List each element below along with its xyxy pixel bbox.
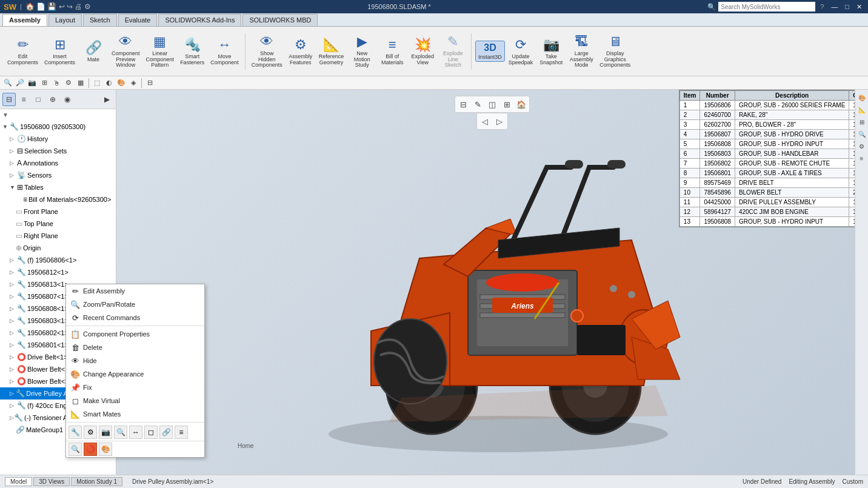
- tab-assembly[interactable]: Assembly: [2, 14, 47, 26]
- rs-btn-5[interactable]: ⚙: [856, 141, 867, 152]
- expand-panel-btn[interactable]: ▶: [100, 93, 113, 106]
- rs-btn-4[interactable]: 🔍: [856, 129, 867, 139]
- view-btn-11[interactable]: ◈: [128, 78, 139, 89]
- cm-quick-btn-4[interactable]: 🔍: [114, 426, 127, 439]
- view-btn-2[interactable]: 🔎: [15, 78, 25, 89]
- exploded-view-button[interactable]: 💥 ExplodedView: [408, 36, 437, 67]
- cm-delete[interactable]: 🗑 Delete: [66, 341, 204, 354]
- cm-zoom[interactable]: 🔍 Zoom/Pan/Rotate: [66, 298, 204, 311]
- rs-btn-1[interactable]: 🎨: [856, 92, 867, 103]
- view-btn-4[interactable]: ⊞: [39, 78, 50, 89]
- bom-cell-number: 04425000: [700, 198, 735, 207]
- mate-button[interactable]: 🔗 Mate: [79, 39, 108, 64]
- cm-smart-mates[interactable]: 📐 Smart Mates: [66, 407, 204, 421]
- cm-quick-btn-9[interactable]: 🔍: [68, 443, 82, 456]
- view-btn-10[interactable]: 🎨: [116, 78, 127, 89]
- tab-sketch[interactable]: Sketch: [83, 14, 117, 26]
- tree-item-annotations[interactable]: ▷ A Annotations: [0, 157, 116, 169]
- tree-item-origin[interactable]: ⊕ Origin: [0, 242, 116, 254]
- bom-cell-item: 11: [679, 198, 700, 207]
- cm-hide[interactable]: 👁 Hide: [66, 354, 204, 367]
- tree-item-front-plane[interactable]: ▭ Front Plane: [0, 206, 116, 218]
- view-btn-6[interactable]: ⚙: [63, 78, 74, 89]
- new-motion-button[interactable]: ▶ NewMotionStudy: [347, 33, 376, 70]
- view-btn-1[interactable]: 🔍: [2, 78, 13, 89]
- move-component-button[interactable]: ↔ MoveComponent: [208, 36, 241, 67]
- status-tab-3dviews[interactable]: 3D Views: [33, 477, 70, 486]
- tree-item-history[interactable]: ▷ 🕐 History: [0, 133, 116, 145]
- tree-item-right-plane[interactable]: ▭ Right Plane: [0, 230, 116, 242]
- maximize-button[interactable]: □: [843, 3, 852, 10]
- cm-appearance[interactable]: 🎨 Change Appearance: [66, 367, 204, 381]
- tree-label-comp1: (f) 19506806<1>: [27, 256, 76, 264]
- tab-evaluate[interactable]: Evaluate: [118, 14, 158, 26]
- cm-properties[interactable]: 📋 Component Properties: [66, 327, 204, 341]
- tree-icon-comp1: 🔧: [17, 256, 26, 264]
- tree-item-comp2[interactable]: ▷ 🔧 19506812<1>: [0, 266, 116, 278]
- rs-btn-6[interactable]: ≡: [856, 153, 867, 164]
- snapshot-button[interactable]: 📷 TakeSnapshot: [536, 36, 566, 67]
- tab-layout[interactable]: Layout: [48, 14, 82, 26]
- assembly-features-button[interactable]: ⚙ AssemblyFeatures: [286, 36, 315, 67]
- explode-sketch-button[interactable]: ✎ ExplodeLineSketch: [438, 33, 467, 70]
- search-input[interactable]: [718, 2, 815, 12]
- cm-quick-btn-2[interactable]: ⚙: [84, 426, 97, 439]
- bom-cell-item: 8: [679, 169, 700, 178]
- dim-xpert-tab[interactable]: ⊕: [46, 93, 59, 106]
- tab-addins[interactable]: SOLIDWORKS Add-Ins: [158, 14, 241, 26]
- cm-edit-assembly[interactable]: ✏ Edit Assembly: [66, 284, 204, 298]
- instant3d-button[interactable]: 3D Instant3D: [475, 41, 505, 62]
- cm-quick-btn-3[interactable]: 📷: [99, 426, 112, 439]
- update-speedpak-button[interactable]: ⟳ UpdateSpeedpak: [506, 36, 536, 67]
- config-manager-tab[interactable]: □: [32, 93, 45, 106]
- linear-pattern-button[interactable]: ▦ LinearComponentPattern: [144, 33, 177, 70]
- status-tab-motion[interactable]: Motion Study 1: [71, 477, 122, 486]
- tree-item-bom[interactable]: ≡ Bill of Materials<92605300>: [0, 193, 116, 206]
- cm-fix[interactable]: 📌 Fix: [66, 381, 204, 394]
- bom-button[interactable]: ≡ Bill ofMaterials: [378, 36, 407, 67]
- cm-quick-btn-6[interactable]: ◻: [144, 426, 158, 439]
- cm-quick-btn-7[interactable]: 🔗: [159, 426, 173, 439]
- cm-quick-btn-5[interactable]: ↔: [129, 426, 142, 439]
- tree-item-tables[interactable]: ▼ ⊞ Tables: [0, 181, 116, 193]
- view-btn-8[interactable]: ⬚: [92, 78, 102, 89]
- cm-virtual-icon: ◻: [70, 396, 81, 406]
- view-btn-9[interactable]: ◐: [104, 78, 115, 89]
- large-assembly-button[interactable]: 🏗 LargeAssemblyMode: [567, 33, 596, 70]
- model-viewport[interactable]: ⊟ ✎ ◫ ⊞ 🏠 ◁ ▷: [116, 90, 868, 475]
- edit-components-button[interactable]: ✏ EditComponents: [5, 36, 41, 67]
- tree-item-top-plane[interactable]: ▭ Top Plane: [0, 218, 116, 230]
- rs-btn-2[interactable]: 📐: [856, 104, 867, 115]
- view-btn-7[interactable]: ▦: [75, 78, 86, 89]
- view-btn-5[interactable]: 🖱: [51, 78, 62, 89]
- close-button[interactable]: ✕: [854, 3, 864, 11]
- insert-components-button[interactable]: ⊞ InsertComponents: [42, 36, 78, 67]
- cm-quick-btn-8[interactable]: ≡: [175, 426, 188, 439]
- tree-item-comp1[interactable]: ▷ 🔧 (f) 19506806<1>: [0, 254, 116, 266]
- property-manager-tab[interactable]: ≡: [17, 93, 30, 106]
- cm-virtual[interactable]: ◻ Make Virtual: [66, 394, 204, 407]
- fasteners-label: SmartFasteners: [180, 54, 204, 66]
- view-btn-12[interactable]: ⊟: [144, 78, 155, 89]
- show-hidden-button[interactable]: 👁 ShowHiddenComponents: [249, 33, 285, 70]
- display-graphics-button[interactable]: 🖥 DisplayGraphicsComponents: [597, 33, 633, 70]
- tab-mbd[interactable]: SOLIDWORKS MBD: [242, 14, 318, 26]
- bolt1: [610, 285, 617, 292]
- display-manager-tab[interactable]: ◉: [61, 93, 74, 106]
- cm-quick-btn-1[interactable]: 🔧: [68, 426, 82, 439]
- status-tab-model[interactable]: Model: [5, 477, 32, 486]
- component-preview-button[interactable]: 👁 ComponentPreviewWindow: [109, 33, 142, 70]
- tree-arrow-sensors: ▷: [10, 172, 17, 178]
- cm-recent[interactable]: ⟳ Recent Commands: [66, 311, 204, 324]
- tree-item-sensors[interactable]: ▷ 📡 Sensors: [0, 169, 116, 181]
- rs-btn-3[interactable]: ⊞: [856, 116, 867, 127]
- reference-geometry-button[interactable]: 📐 ReferenceGeometry: [316, 36, 347, 67]
- cm-quick-btn-10[interactable]: ⭕: [84, 443, 97, 456]
- smart-fasteners-button[interactable]: 🔩 SmartFasteners: [178, 36, 207, 67]
- minimize-button[interactable]: —: [829, 3, 840, 10]
- cm-quick-btn-11[interactable]: 🎨: [99, 443, 112, 456]
- view-btn-3[interactable]: 📷: [27, 78, 38, 89]
- feature-manager-tab[interactable]: ⊟: [2, 93, 16, 106]
- tree-item-root[interactable]: ▼ 🔧 19506800 (92605300): [0, 121, 116, 133]
- tree-item-selection[interactable]: ▷ ⊟ Selection Sets: [0, 145, 116, 157]
